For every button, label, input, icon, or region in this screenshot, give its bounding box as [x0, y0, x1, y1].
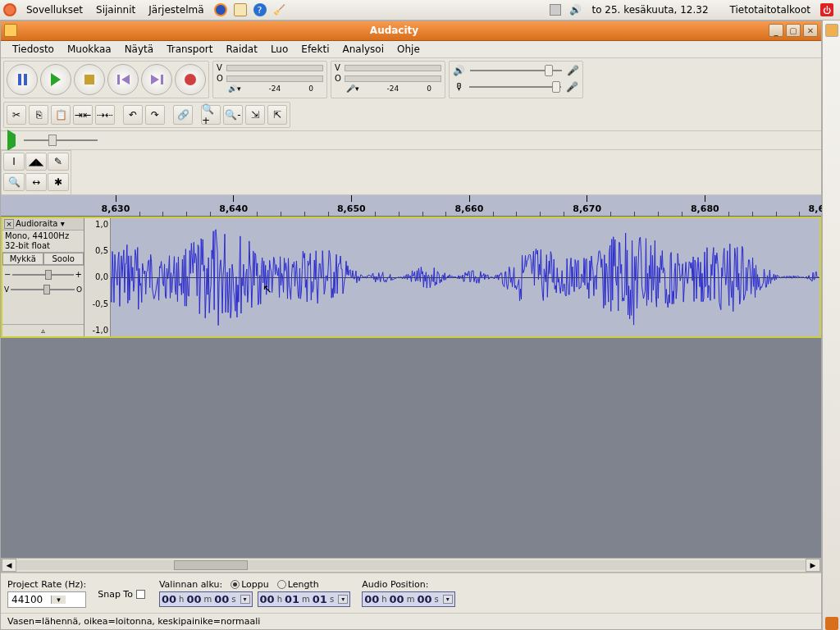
redo-button[interactable]: ↷	[145, 105, 165, 125]
length-radio[interactable]	[277, 580, 286, 589]
empty-track-space[interactable]	[1, 338, 821, 558]
solo-button[interactable]: Soolo	[43, 253, 84, 265]
project-rate-combo[interactable]: ▾	[7, 591, 86, 608]
output-meter-toolbar: V O 🔊▾ -24 0	[212, 61, 327, 98]
skip-start-button[interactable]	[107, 64, 139, 95]
track-collapse[interactable]: ▵	[2, 324, 84, 336]
menu-edit[interactable]: Muokkaa	[61, 42, 118, 57]
end-radio[interactable]	[231, 580, 240, 589]
zoom-in-button[interactable]: 🔍+	[201, 105, 221, 125]
mail-icon[interactable]	[233, 2, 248, 17]
user-menu[interactable]: Tietotaitotalkoot	[724, 2, 817, 17]
snap-checkbox[interactable]	[136, 590, 145, 599]
multi-tool[interactable]: ✱	[48, 173, 69, 191]
broom-icon[interactable]: 🧹	[272, 2, 287, 17]
gnome-panel: Sovellukset Sijainnit Järjestelmä ? 🧹 🔊 …	[0, 0, 840, 21]
sync-lock-button[interactable]: 🔗	[173, 105, 193, 125]
copy-button[interactable]: ⎘	[29, 105, 48, 125]
meter-right-label: O	[217, 74, 225, 83]
trim-button[interactable]: ⇥⇤	[73, 105, 93, 125]
output-meter-ticks: 🔊▾ -24 0	[217, 84, 323, 93]
volume-tray-icon[interactable]: 🔊	[568, 2, 582, 17]
record-button[interactable]	[175, 64, 206, 95]
minimize-button[interactable]: _	[769, 24, 783, 37]
timeshift-tool[interactable]: ↔	[25, 173, 47, 191]
firefox-icon[interactable]	[213, 2, 228, 17]
tools-toolbar: I ◢◣ ✎ 🔍 ↔ ✱	[1, 150, 71, 195]
gnome-menu-system[interactable]: Järjestelmä	[142, 2, 210, 17]
undo-button[interactable]: ↶	[123, 105, 143, 125]
horizontal-scrollbar[interactable]: ◀ ▶	[1, 558, 821, 573]
right-side-panel	[822, 21, 840, 630]
output-meter-right[interactable]	[226, 75, 323, 82]
scroll-thumb[interactable]	[174, 560, 248, 570]
zoom-sel-button[interactable]: ⇲	[245, 105, 265, 125]
statusbar: Vasen=lähennä, oikea=loitonna, keskipain…	[1, 613, 821, 629]
menu-generate[interactable]: Luo	[264, 42, 294, 57]
close-button[interactable]: ✕	[803, 24, 818, 37]
menu-view[interactable]: Näytä	[118, 42, 161, 57]
project-rate-dropdown[interactable]: ▾	[51, 596, 66, 604]
envelope-tool[interactable]: ◢◣	[25, 153, 47, 171]
output-volume-slider[interactable]	[467, 63, 565, 78]
output-meter-left[interactable]	[226, 65, 323, 71]
paste-button[interactable]: 📋	[51, 105, 71, 125]
meter-left-label: V	[217, 63, 225, 72]
clock[interactable]: to 25. kesäkuuta, 12.32	[585, 2, 714, 17]
ubuntu-logo-icon[interactable]	[3, 3, 16, 16]
play-speed-slider[interactable]	[24, 133, 98, 148]
stop-button[interactable]	[74, 64, 105, 95]
menu-tracks[interactable]: Raidat	[219, 42, 263, 57]
input-meter-right[interactable]	[345, 75, 441, 82]
menu-effect[interactable]: Efekti	[294, 42, 336, 57]
zoom-fit-button[interactable]: ⇱	[267, 105, 287, 125]
audio-position-timecode[interactable]: 00h 00m 00s ▾	[362, 591, 455, 607]
input-volume-slider[interactable]	[466, 80, 564, 94]
scroll-right-button[interactable]: ▶	[806, 559, 820, 572]
gain-slider[interactable]	[12, 269, 73, 281]
menubar: Tiedosto Muokkaa Näytä Transport Raidat …	[1, 41, 821, 59]
selection-end-timecode[interactable]: 00h 01m 01s ▾	[258, 591, 351, 607]
panel-audacity-icon[interactable]	[825, 24, 838, 37]
track-close-button[interactable]: ×	[4, 219, 14, 229]
track-vertical-scale[interactable]: 1,0 0,5 0,0 -0,5 -1,0	[84, 218, 111, 336]
window-titlebar[interactable]: Audacity _ ▢ ✕	[1, 21, 821, 41]
menu-transport[interactable]: Transport	[160, 42, 219, 57]
silence-button[interactable]: ⇢⇠	[95, 105, 115, 125]
menu-analyze[interactable]: Analysoi	[336, 42, 391, 57]
cut-button[interactable]: ✂	[7, 105, 26, 125]
status-text: Vasen=lähennä, oikea=loitonna, keskipain…	[7, 616, 260, 627]
selection-start-timecode[interactable]: 00h 00m 00s ▾	[159, 591, 253, 607]
menu-file[interactable]: Tiedosto	[6, 42, 61, 57]
maximize-button[interactable]: ▢	[786, 24, 801, 37]
play-button[interactable]	[40, 64, 71, 95]
timeline-ruler[interactable]: 8,6308,6408,6508,6608,6708,6808,690	[1, 195, 821, 217]
input-meter-left[interactable]	[345, 65, 441, 71]
help-icon[interactable]: ?	[253, 2, 267, 17]
zoom-out-button[interactable]: 🔍-	[223, 105, 243, 125]
window-title: Audacity	[22, 25, 766, 36]
track-control-panel[interactable]: × Audioraita ▾ Mono, 44100Hz 32-bit floa…	[2, 218, 84, 336]
project-rate-input[interactable]	[8, 594, 51, 605]
pan-slider[interactable]	[11, 284, 75, 295]
mute-button[interactable]: Mykkä	[2, 253, 43, 265]
transport-toolbar	[3, 61, 209, 98]
gnome-menu-apps[interactable]: Sovellukset	[20, 2, 89, 17]
gnome-menu-places[interactable]: Sijainnit	[89, 2, 142, 17]
logout-icon[interactable]: ⏻	[819, 2, 834, 17]
trash-icon[interactable]	[825, 617, 838, 630]
net-icon[interactable]	[548, 2, 563, 17]
scroll-left-button[interactable]: ◀	[2, 559, 16, 572]
input-meter-toolbar: V O 🎤▾ -24 0	[331, 61, 445, 98]
zoom-tool[interactable]: 🔍	[3, 173, 25, 191]
selection-tool[interactable]: I	[3, 153, 25, 171]
draw-tool[interactable]: ✎	[48, 153, 69, 171]
play-at-speed-button[interactable]	[4, 135, 19, 146]
menu-help[interactable]: Ohje	[390, 42, 427, 57]
track-dropdown[interactable]: Audioraita ▾	[16, 219, 82, 228]
skip-end-button[interactable]	[141, 64, 172, 95]
waveform-display[interactable]: ↖	[111, 218, 819, 336]
pause-button[interactable]	[7, 64, 38, 95]
track-info: Mono, 44100Hz 32-bit float	[2, 231, 84, 253]
speaker-icon: 🔊▾	[228, 84, 241, 93]
